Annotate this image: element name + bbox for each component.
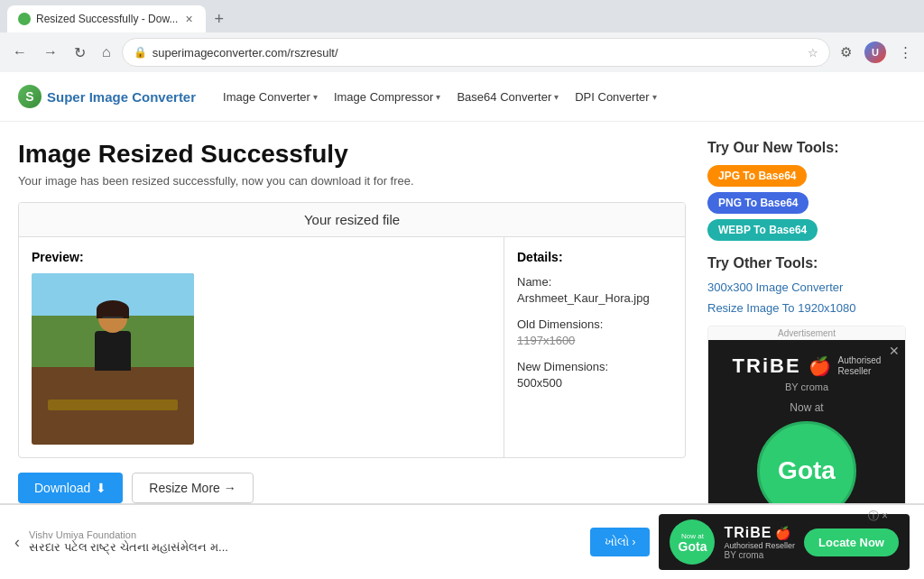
- result-card-header: Your resized file: [19, 203, 685, 237]
- preview-section: Preview:: [19, 237, 504, 457]
- nav-base64-converter[interactable]: Base64 Converter ▾: [457, 90, 559, 104]
- apple-icon: 🍎: [808, 355, 831, 377]
- new-tools-title: Try Our New Tools:: [707, 140, 906, 156]
- page-subtitle: Your image has been resized successfully…: [18, 174, 686, 188]
- tribe-bottom-info: TRiBE 🍎 Authorised Reseller BY croma: [724, 525, 795, 560]
- logo-icon: S: [18, 85, 42, 108]
- overlay-ad-x-button[interactable]: ⓘ ×: [868, 509, 888, 524]
- gota-label: Gota: [778, 458, 836, 483]
- user-avatar: U: [864, 41, 886, 63]
- preview-label: Preview:: [32, 250, 491, 264]
- bottom-overlay-ad: ‹ Vishv Umiya Foundation સરદાર પટેલ રાષ્…: [0, 503, 924, 579]
- tool-badges: JPG To Base64 PNG To Base64 WEBP To Base…: [707, 165, 906, 241]
- bottom-overlay-content: Vishv Umiya Foundation સરદાર પટેલ રાષ્ટ્…: [29, 528, 650, 556]
- download-label: Download: [34, 481, 90, 495]
- result-card: Your resized file Preview:: [18, 202, 686, 458]
- details-label: Details:: [517, 250, 672, 264]
- back-button[interactable]: ←: [7, 41, 32, 64]
- site-header: S Super Image Converter Image Converter …: [0, 72, 924, 122]
- nav-image-converter-label: Image Converter: [223, 90, 310, 104]
- site-nav: Image Converter ▾ Image Compressor ▾ Bas…: [223, 90, 657, 104]
- sidebar-ad-label: Advertisement: [708, 326, 905, 340]
- preview-image: [32, 273, 194, 445]
- detail-new-dim-value: 500x500: [517, 376, 672, 390]
- nav-dpi-converter-arrow: ▾: [652, 92, 657, 102]
- page-title: Image Resized Successfuly: [18, 140, 686, 169]
- detail-name-value: Arshmeet_Kaur_Hora.jpg: [517, 291, 672, 305]
- nav-image-compressor[interactable]: Image Compressor ▾: [334, 90, 441, 104]
- home-button[interactable]: ⌂: [97, 41, 116, 64]
- menu-button[interactable]: ⋮: [894, 41, 917, 64]
- detail-name-key: Name:: [517, 275, 672, 289]
- tool-link-300x300[interactable]: 300x300 Image Converter: [707, 280, 906, 294]
- reload-button[interactable]: ↻: [69, 41, 91, 65]
- nav-image-converter-arrow: ▾: [313, 92, 318, 102]
- tribe-locate-now-button[interactable]: Locate Now: [804, 528, 899, 556]
- url-text: superimageconverter.com/rszresult/: [152, 46, 802, 60]
- address-bar[interactable]: 🔒 superimageconverter.com/rszresult/ ☆: [122, 38, 830, 67]
- browser-toolbar-icons: ⚙ U ⋮: [836, 38, 917, 67]
- tribe-bottom-logo: TRiBE: [724, 525, 772, 541]
- browser-nav-bar: ← → ↻ ⌂ 🔒 superimageconverter.com/rszres…: [0, 32, 924, 72]
- nav-image-converter[interactable]: Image Converter ▾: [223, 90, 318, 104]
- bottom-overlay-text: Vishv Umiya Foundation સરદાર પટેલ રાષ્ટ્…: [29, 529, 579, 555]
- tribe-by-croma: BY croma: [723, 381, 891, 392]
- nav-dpi-converter-label: DPI Converter: [575, 90, 649, 104]
- details-section: Details: Name: Arshmeet_Kaur_Hora.jpg Ol…: [504, 237, 685, 457]
- overlay-ad-text: સરદાર પટેલ રાષ્ટ્ર ચેતના મહાસંમેલન મ...: [29, 540, 579, 555]
- other-tools-title: Try Other Tools:: [707, 255, 906, 271]
- bottom-ad-close-button[interactable]: ‹: [14, 533, 20, 552]
- tribe-bottom-gota: Gota: [679, 540, 707, 553]
- detail-new-dim-key: New Dimensions:: [517, 360, 672, 373]
- forward-button[interactable]: →: [38, 41, 63, 64]
- site-logo[interactable]: S Super Image Converter: [18, 85, 196, 108]
- overlay-ad-org: Vishv Umiya Foundation: [29, 529, 579, 540]
- detail-new-dim-row: New Dimensions: 500x500: [517, 360, 672, 390]
- tribe-logo-text: TRiBE: [733, 354, 801, 378]
- extensions-button[interactable]: ⚙: [836, 41, 856, 64]
- nav-base64-converter-arrow: ▾: [554, 92, 559, 102]
- logo-text: Super Image Converter: [47, 89, 196, 105]
- nav-dpi-converter[interactable]: DPI Converter ▾: [575, 90, 656, 104]
- resize-more-button[interactable]: Resize More →: [132, 473, 253, 503]
- action-buttons: Download ⬇ Resize More →: [18, 473, 686, 503]
- resize-more-label: Resize More →: [149, 481, 236, 495]
- close-ad-button[interactable]: ✕: [889, 344, 900, 358]
- badge-jpg-base64[interactable]: JPG To Base64: [707, 165, 807, 187]
- nav-base64-converter-label: Base64 Converter: [457, 90, 551, 104]
- detail-old-dim-value: 1197x1600: [517, 334, 672, 347]
- tab-title: Resized Successfully - Dow...: [36, 13, 178, 25]
- tribe-apple-row: TRiBE 🍎 AuthorisedReseller: [723, 354, 891, 378]
- detail-name-row: Name: Arshmeet_Kaur_Hora.jpg: [517, 275, 672, 305]
- lock-icon: 🔒: [134, 46, 147, 59]
- download-icon: ⬇: [96, 481, 106, 495]
- badge-png-base64[interactable]: PNG To Base64: [707, 192, 808, 214]
- result-card-body: Preview:: [19, 237, 685, 457]
- detail-old-dim-key: Old Dimensions:: [517, 317, 672, 331]
- tribe-auth-text: AuthorisedReseller: [838, 355, 882, 377]
- profile-button[interactable]: U: [860, 38, 891, 67]
- tribe-bottom-apple-icon: 🍎: [775, 526, 790, 540]
- nav-image-compressor-arrow: ▾: [436, 92, 440, 102]
- browser-tab-bar: Resized Successfully - Dow... × +: [0, 0, 924, 32]
- tribe-bottom-circle: Now at Gota: [670, 519, 715, 565]
- tribe-bottom-by: BY croma: [724, 550, 795, 560]
- tab-close-button[interactable]: ×: [183, 12, 194, 26]
- tribe-now-at-label: Now at: [723, 401, 891, 414]
- active-tab[interactable]: Resized Successfully - Dow... ×: [7, 5, 206, 32]
- tab-favicon: [18, 13, 31, 25]
- tool-link-1920x1080[interactable]: Resize Image To 1920x1080: [707, 301, 906, 315]
- download-button[interactable]: Download ⬇: [18, 473, 123, 503]
- overlay-open-button[interactable]: ખોલો ›: [590, 528, 651, 556]
- badge-webp-base64[interactable]: WEBP To Base64: [707, 219, 818, 241]
- nav-image-compressor-label: Image Compressor: [334, 90, 434, 104]
- tribe-bottom-auth: Authorised Reseller: [724, 541, 795, 550]
- bookmark-icon[interactable]: ☆: [808, 46, 818, 60]
- tribe-auth-block: AuthorisedReseller: [838, 355, 882, 377]
- new-tab-button[interactable]: +: [209, 8, 230, 31]
- detail-old-dim-row: Old Dimensions: 1197x1600: [517, 317, 672, 347]
